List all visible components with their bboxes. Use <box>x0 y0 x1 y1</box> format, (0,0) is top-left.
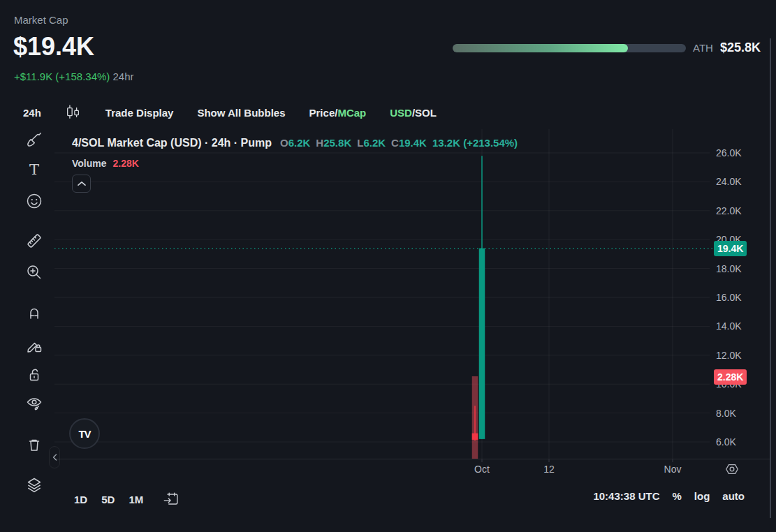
range-1d-button[interactable]: 1D <box>71 492 91 507</box>
tradingview-logo[interactable]: TV <box>69 418 100 449</box>
chart-title: 4/SOL Market Cap (USD) · 24h · Pump <box>72 137 272 149</box>
price-scale[interactable] <box>710 129 771 459</box>
toggle-usd-sol[interactable]: USD/SOL <box>390 107 437 119</box>
text-icon: T <box>24 160 44 179</box>
ohlc-values: O6.2K H25.8K L6.2K C19.4K 13.2K (+213.54… <box>280 137 518 149</box>
ath-progress-fill <box>453 44 628 52</box>
unlock-tool-button[interactable] <box>19 361 50 389</box>
change-period: 24hr <box>113 71 134 82</box>
log-scale-button[interactable]: log <box>694 490 710 502</box>
legend-collapse-button[interactable] <box>72 175 91 193</box>
ruler-icon <box>24 231 44 251</box>
auto-scale-button[interactable]: auto <box>722 490 745 502</box>
lock-drawings-tool-button[interactable] <box>19 332 50 360</box>
ath-value: $25.8K <box>720 40 761 55</box>
market-cap-value: $19.4K <box>13 32 94 61</box>
tabs-row: 24h Trade Display Show All Bubbles Price… <box>23 103 437 122</box>
timezone-button[interactable]: 10:43:38 UTC <box>593 490 659 502</box>
ath-progress-bar <box>453 44 686 52</box>
calendar-icon <box>162 490 180 508</box>
close-value: C19.4K <box>391 137 427 149</box>
svg-text:T: T <box>29 161 39 178</box>
range-buttons: 1D5D1M <box>71 492 147 507</box>
draw-tool-button[interactable] <box>19 126 50 154</box>
volume-badge: 2.28K <box>714 369 747 385</box>
scroll-indicator <box>770 38 771 518</box>
token-chart-page: Market Cap $19.4K +$11.9K (+158.34%) 24h… <box>0 0 776 532</box>
change-amount: +$11.9K (+158.34%) <box>14 71 110 82</box>
unlock-icon <box>24 365 44 385</box>
delete-tool-button[interactable] <box>19 431 50 459</box>
chart-style-button[interactable] <box>65 103 82 122</box>
volume-value: 2.28K <box>113 158 139 169</box>
zoom-in-tool-button[interactable] <box>19 258 50 286</box>
candlestick-icon <box>65 103 82 122</box>
volume-legend: Volume2.28K <box>72 158 139 169</box>
tradingview-logo-text: TV <box>78 428 90 440</box>
tab-show-all-bubbles[interactable]: Show All Bubbles <box>197 107 285 119</box>
brush-icon <box>24 130 44 149</box>
magnet-tool-button[interactable] <box>19 299 50 327</box>
chart-plot-area[interactable] <box>54 129 710 459</box>
volume-label: Volume <box>72 158 107 169</box>
low-value: L6.2K <box>357 137 386 149</box>
ath-label: ATH <box>693 42 713 54</box>
axis-settings-icon <box>724 461 740 477</box>
emoji-tool-button[interactable] <box>19 187 50 215</box>
layers-icon <box>24 475 44 495</box>
last-price-badge: 19.4K <box>714 241 747 256</box>
market-cap-label: Market Cap <box>14 14 68 26</box>
ath-progress-row: ATH $25.8K <box>453 40 767 55</box>
open-value: O6.2K <box>280 137 310 149</box>
toggle-price-mcap[interactable]: Price/MCap <box>309 107 367 119</box>
object-tree-tool-button[interactable] <box>19 471 50 499</box>
scale-toolbar: 10:43:38 UTC % log auto <box>593 490 745 502</box>
range-1m-button[interactable]: 1M <box>125 492 147 507</box>
chevron-up-icon <box>77 181 87 186</box>
percent-scale-button[interactable]: % <box>672 490 681 502</box>
change-value: 13.2K (+213.54%) <box>432 137 518 149</box>
chart-legend: 4/SOL Market Cap (USD) · 24h · Pump O6.2… <box>72 137 518 149</box>
price-option: Price <box>309 107 335 119</box>
trash-icon <box>24 435 44 455</box>
emoji-icon <box>24 191 44 211</box>
range-toolbar: 1D5D1M <box>71 490 180 508</box>
hide-drawings-icon <box>24 394 44 413</box>
zoom-in-icon <box>24 263 44 282</box>
range-5d-button[interactable]: 5D <box>98 492 118 507</box>
high-value: H25.8K <box>316 137 351 149</box>
measure-tool-button[interactable] <box>19 227 50 255</box>
usd-option: USD <box>390 107 412 119</box>
goto-date-button[interactable] <box>162 490 180 508</box>
time-axis-settings-button[interactable] <box>724 461 740 478</box>
mcap-option: MCap <box>337 107 366 119</box>
time-axis[interactable] <box>54 459 710 482</box>
sol-option: SOL <box>415 107 437 119</box>
hide-drawings-tool-button[interactable] <box>19 390 50 418</box>
market-cap-change: +$11.9K (+158.34%) 24hr <box>14 71 134 82</box>
edit-lock-icon <box>24 336 44 355</box>
text-tool-button[interactable]: T <box>19 156 50 184</box>
interval-24h-button[interactable]: 24h <box>23 107 41 119</box>
magnet-icon <box>24 303 44 323</box>
tab-trade-display[interactable]: Trade Display <box>105 107 174 119</box>
